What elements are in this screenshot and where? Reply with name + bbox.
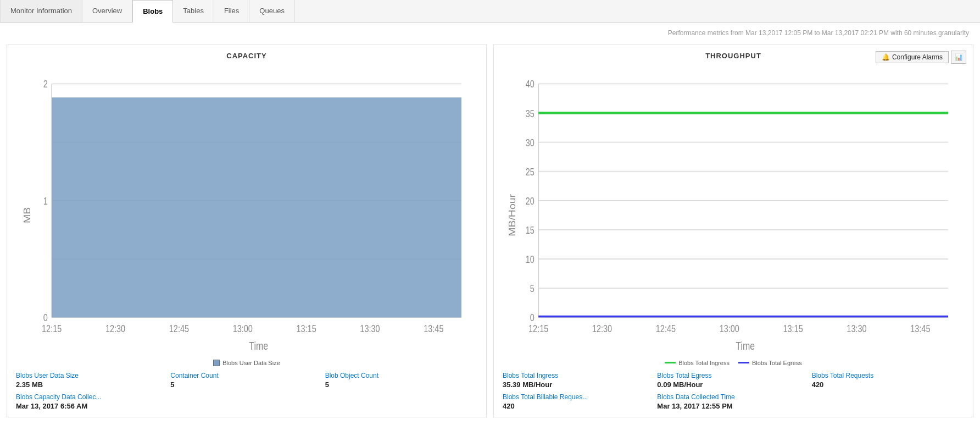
- capacity-chart-title: CAPACITY: [16, 52, 477, 60]
- svg-text:13:00: 13:00: [233, 323, 253, 334]
- svg-text:30: 30: [526, 137, 534, 148]
- svg-text:0: 0: [43, 312, 48, 323]
- stat-label-blobs-total-ingress[interactable]: Blobs Total Ingress: [503, 372, 655, 379]
- svg-text:2: 2: [43, 79, 48, 90]
- stat-value-blobs-total-requests: 420: [812, 381, 964, 389]
- throughput-chart: MB/Hour 0 5 10 15 20 25 30 3: [503, 64, 964, 356]
- stat-blobs-user-data-size: Blobs User Data Size 2.35 MB: [16, 372, 168, 389]
- svg-text:12:45: 12:45: [169, 323, 189, 334]
- stat-blobs-capacity-data-collected: Blobs Capacity Data Collec... Mar 13, 20…: [16, 393, 168, 410]
- stat-blob-object-count: Blob Object Count 5: [325, 372, 477, 389]
- stat-value-blobs-total-egress: 0.09 MB/Hour: [657, 381, 809, 389]
- stat-blobs-total-billable-requests: Blobs Total Billable Reques... 420: [503, 393, 655, 410]
- svg-text:13:15: 13:15: [783, 323, 803, 334]
- throughput-chart-container: MB/Hour 0 5 10 15 20 25 30 3: [503, 64, 964, 356]
- stat-value-container-count: 5: [170, 381, 322, 389]
- throughput-stats: Blobs Total Ingress 35.39 MB/Hour Blobs …: [503, 372, 964, 410]
- svg-text:10: 10: [526, 253, 534, 264]
- legend-blobs-total-ingress: Blobs Total Ingress: [665, 360, 730, 366]
- stat-value-blobs-total-billable: 420: [503, 402, 655, 410]
- stat-label-blobs-total-egress[interactable]: Blobs Total Egress: [657, 372, 809, 379]
- tab-files[interactable]: Files: [214, 0, 249, 23]
- stat-label-container-count[interactable]: Container Count: [170, 372, 322, 379]
- svg-text:12:15: 12:15: [42, 323, 62, 334]
- perf-metrics-header: Performance metrics from Mar 13,2017 12:…: [0, 23, 980, 40]
- stat-label-blobs-total-requests[interactable]: Blobs Total Requests: [812, 372, 964, 379]
- svg-text:40: 40: [526, 79, 534, 90]
- svg-text:13:30: 13:30: [847, 323, 866, 334]
- svg-text:Time: Time: [249, 340, 268, 352]
- svg-text:20: 20: [526, 195, 534, 206]
- stat-value-blobs-capacity-collected: Mar 13, 2017 6:56 AM: [16, 402, 168, 410]
- stat-container-count: Container Count 5: [170, 372, 322, 389]
- capacity-stats: Blobs User Data Size 2.35 MB Container C…: [16, 372, 477, 410]
- legend-blobs-user-data-size: Blobs User Data Size: [213, 360, 280, 366]
- capacity-chart-container: MB 0 1 2 12:15 12:30 12:45: [16, 64, 477, 356]
- stat-value-blob-object-count: 5: [325, 381, 477, 389]
- bell-icon: 🔔: [882, 53, 890, 61]
- tab-blobs[interactable]: Blobs: [132, 0, 173, 23]
- svg-rect-11: [52, 97, 461, 317]
- stat-label-blob-object-count[interactable]: Blob Object Count: [325, 372, 477, 379]
- stat-label-blobs-user-data-size[interactable]: Blobs User Data Size: [16, 372, 168, 379]
- stat-label-blobs-capacity-collected[interactable]: Blobs Capacity Data Collec...: [16, 393, 168, 401]
- legend-color-blue-line: [738, 362, 749, 363]
- svg-text:0: 0: [530, 312, 534, 323]
- chart-icon-button[interactable]: 📊: [951, 51, 966, 64]
- throughput-toolbar: 🔔 Configure Alarms 📊: [876, 51, 966, 64]
- svg-text:12:15: 12:15: [528, 323, 548, 334]
- stat-value-blobs-total-ingress: 35.39 MB/Hour: [503, 381, 655, 389]
- stat-blobs-total-ingress: Blobs Total Ingress 35.39 MB/Hour: [503, 372, 655, 389]
- throughput-panel: 🔔 Configure Alarms 📊 THROUGHPUT MB/Hour: [493, 45, 973, 417]
- throughput-legend: Blobs Total Ingress Blobs Total Egress: [503, 360, 964, 366]
- main-content: CAPACITY MB 0 1 2: [0, 40, 980, 422]
- svg-text:5: 5: [530, 283, 534, 294]
- svg-text:12:30: 12:30: [592, 323, 612, 334]
- tab-monitor-information[interactable]: Monitor Information: [0, 0, 82, 23]
- stat-blobs-total-egress: Blobs Total Egress 0.09 MB/Hour: [657, 372, 809, 389]
- legend-color-blue-square: [213, 360, 220, 366]
- svg-text:12:30: 12:30: [105, 323, 125, 334]
- svg-text:1: 1: [43, 195, 48, 206]
- svg-text:13:45: 13:45: [424, 323, 443, 334]
- svg-text:13:00: 13:00: [720, 323, 739, 334]
- svg-text:13:45: 13:45: [910, 323, 930, 334]
- stat-blobs-data-collected-time: Blobs Data Collected Time Mar 13, 2017 1…: [657, 393, 809, 410]
- svg-text:13:30: 13:30: [360, 323, 380, 334]
- stat-value-blobs-data-collected: Mar 13, 2017 12:55 PM: [657, 402, 809, 410]
- svg-text:MB: MB: [23, 207, 32, 223]
- capacity-panel: CAPACITY MB 0 1 2: [7, 45, 487, 417]
- tab-overview[interactable]: Overview: [82, 0, 132, 23]
- tab-tables[interactable]: Tables: [173, 0, 214, 23]
- capacity-legend: Blobs User Data Size: [16, 360, 477, 366]
- stat-blobs-total-requests: Blobs Total Requests 420: [812, 372, 964, 389]
- svg-text:15: 15: [526, 224, 534, 235]
- chart-icon: 📊: [955, 53, 963, 61]
- legend-color-green-line: [665, 362, 676, 363]
- configure-alarms-button[interactable]: 🔔 Configure Alarms: [876, 51, 949, 63]
- stat-label-blobs-total-billable[interactable]: Blobs Total Billable Reques...: [503, 393, 655, 401]
- svg-text:35: 35: [526, 108, 534, 119]
- svg-text:12:45: 12:45: [656, 323, 676, 334]
- stat-label-blobs-data-collected[interactable]: Blobs Data Collected Time: [657, 393, 809, 401]
- stat-value-blobs-user-data-size: 2.35 MB: [16, 381, 168, 389]
- svg-text:13:15: 13:15: [297, 323, 316, 334]
- tab-bar: Monitor Information Overview Blobs Table…: [0, 0, 980, 23]
- svg-text:25: 25: [526, 166, 534, 177]
- tab-queues[interactable]: Queues: [249, 0, 295, 23]
- capacity-chart: MB 0 1 2 12:15 12:30 12:45: [16, 64, 477, 356]
- legend-blobs-total-egress: Blobs Total Egress: [738, 360, 802, 366]
- svg-text:Time: Time: [736, 340, 755, 352]
- svg-text:MB/Hour: MB/Hour: [508, 194, 517, 236]
